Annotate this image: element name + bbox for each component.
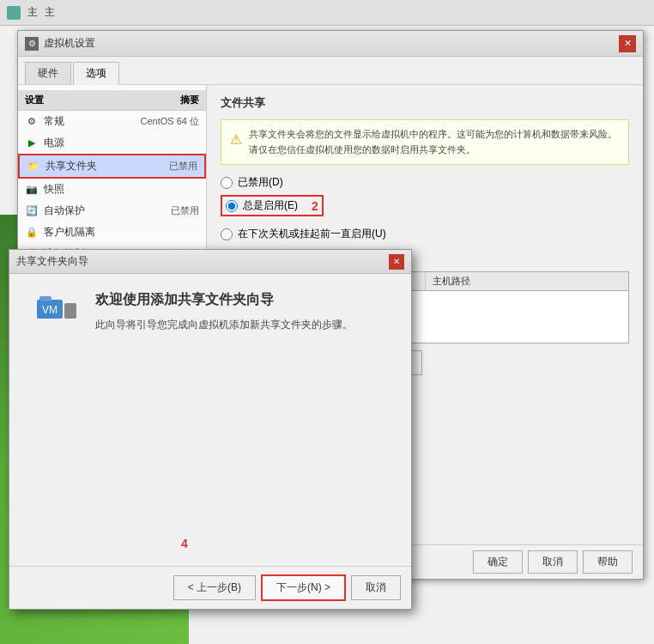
wizard-dialog: 共享文件夹向导 ✕ VM 欢迎使用添加共享文件夹向导 此向导将引导您完成向虚拟机… [9,249,412,610]
step2-label: 2 [312,199,318,213]
dialog-close-button[interactable]: ✕ [619,35,636,52]
tab-hardware[interactable]: 硬件 [25,62,71,84]
power-label: 电源 [44,136,194,150]
warning-text: 共享文件夹会将您的文件显示给虚拟机中的程序。这可能为您的计算机和数据带来风险。请… [249,127,620,157]
wizard-body: VM 欢迎使用添加共享文件夹向导 此向导将引导您完成向虚拟机添加新共享文件夹的步… [9,274,411,566]
taskbar-label: 主 [27,5,38,20]
shared-folder-icon: 📁 [27,160,40,173]
svg-rect-1 [39,296,51,301]
cancel-button[interactable]: 取消 [528,550,578,574]
snapshot-label: 快照 [44,182,194,197]
ok-button[interactable]: 确定 [473,550,523,574]
step4-label: 4 [181,537,188,550]
wizard-text-area: 欢迎使用添加共享文件夹向导 此向导将引导您完成向虚拟机添加新共享文件夹的步骤。 [95,291,353,333]
general-label: 常规 [44,114,136,129]
settings-item-snapshot[interactable]: 📷 快照 [18,179,206,200]
shared-folder-value: 已禁用 [169,160,197,173]
col-path: 主机路径 [426,272,629,290]
settings-item-power[interactable]: ▶ 电源 [18,132,206,154]
settings-item-shared-folders[interactable]: 📁 共享文件夹 已禁用 1 [18,154,206,179]
wizard-titlebar: 共享文件夹向导 ✕ [9,250,411,274]
radio-until-shutdown[interactable]: 在下次关机或挂起前一直启用(U) [221,227,629,241]
taskbar-label2: 主 [45,5,55,20]
wizard-title-text: 共享文件夹向导 [16,254,88,269]
autoprotect-label: 自动保护 [44,204,166,218]
dialog-title-left: ⚙ 虚拟机设置 [25,36,95,51]
file-sharing-title: 文件共享 [221,95,629,111]
warning-icon: ⚠ [230,129,242,157]
tab-options[interactable]: 选项 [73,62,119,85]
list-header-summary: 摘要 [180,94,199,106]
warning-box: ⚠ 共享文件夹会将您的文件显示给虚拟机中的程序。这可能为您的计算机和数据带来风险… [221,119,629,165]
settings-item-isolation[interactable]: 🔒 客户机隔离 [18,222,206,243]
radio-until-shutdown-label: 在下次关机或挂起前一直启用(U) [238,227,386,241]
radio-until-shutdown-input[interactable] [221,228,233,240]
isolation-icon: 🔒 [25,226,39,240]
settings-item-autoprotect[interactable]: 🔄 自动保护 已禁用 [18,200,206,222]
snapshot-icon: 📷 [25,183,39,197]
wizard-cancel-button[interactable]: 取消 [351,575,401,600]
wizard-next-button[interactable]: 下一步(N) > [261,574,346,601]
isolation-label: 客户机隔离 [44,225,194,240]
power-icon: ▶ [25,137,39,150]
help-button[interactable]: 帮助 [583,550,633,574]
radio-disabled-label: 已禁用(D) [238,175,283,190]
wizard-icon-large: VM [35,291,78,334]
radio-disabled-input[interactable] [221,177,233,189]
shared-folder-label: 共享文件夹 [45,159,164,173]
settings-item-general[interactable]: ⚙ 常规 CentOS 64 位 [18,111,206,132]
dialog-title-text: 虚拟机设置 [44,36,95,51]
wizard-description: 此向导将引导您完成向虚拟机添加新共享文件夹的步骤。 [95,316,353,333]
autoprotect-icon: 🔄 [25,204,39,218]
dialog-titlebar: ⚙ 虚拟机设置 ✕ [18,31,643,57]
radio-group: 已禁用(D) 总是启用(E) 2 在下次关机或挂起前一直启用(U) [221,175,629,241]
general-value: CentOS 64 位 [141,115,199,128]
wizard-close-button[interactable]: ✕ [389,254,404,270]
wizard-footer: < 上一步(B) 下一步(N) > 取消 [9,566,411,609]
wizard-prev-button[interactable]: < 上一步(B) [173,575,256,600]
autoprotect-value: 已禁用 [171,204,199,217]
radio-always[interactable]: 总是启用(E) 2 [221,195,324,216]
dialog-tabs: 硬件 选项 [18,57,643,85]
radio-always-input[interactable] [226,200,238,212]
taskbar-icon [7,6,21,20]
list-header-setting: 设置 [25,94,180,106]
radio-disabled[interactable]: 已禁用(D) [221,175,629,190]
app-taskbar: 主 主 [0,0,654,26]
svg-text:VM: VM [42,304,58,316]
radio-always-label: 总是启用(E) [243,198,298,213]
wizard-header-area: VM 欢迎使用添加共享文件夹向导 此向导将引导您完成向虚拟机添加新共享文件夹的步… [35,291,385,334]
general-icon: ⚙ [25,115,39,129]
svg-rect-2 [64,303,76,319]
dialog-icon: ⚙ [25,37,39,51]
wizard-heading: 欢迎使用添加共享文件夹向导 [95,291,353,309]
